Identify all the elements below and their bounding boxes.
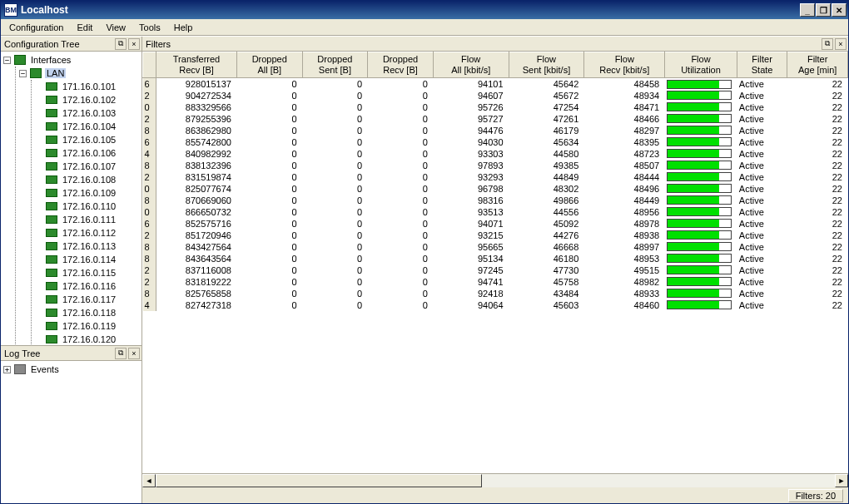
tree-toggle-placeholder: [35, 110, 42, 117]
table-row[interactable]: 2831819222000947414575848982Active22: [143, 276, 848, 288]
table-row[interactable]: 8843643564000951344618048953Active22: [143, 253, 848, 264]
menu-help[interactable]: Help: [167, 21, 200, 34]
minimize-button[interactable]: _: [800, 3, 815, 17]
tree-node-host[interactable]: 172.16.0.107: [35, 160, 139, 173]
column-header[interactable]: FlowUtilization: [665, 52, 737, 78]
panel-close-button[interactable]: ×: [128, 38, 140, 50]
tree-node-host[interactable]: 172.16.0.106: [35, 146, 139, 160]
cell-flow-sent: 44276: [509, 230, 584, 241]
cell-dropped-all: 0: [236, 136, 302, 148]
panel-pin-button[interactable]: ⧉: [115, 348, 127, 359]
column-header[interactable]: DroppedRecv [B]: [368, 52, 434, 78]
column-header[interactable]: FlowAll [kbit/s]: [433, 52, 509, 78]
tree-toggle-placeholder: [35, 230, 42, 237]
utilization-fill: [668, 243, 719, 250]
table-row[interactable]: 2879255396000957274726148466Active22: [143, 113, 848, 125]
utilization-bar: [667, 289, 732, 298]
tree-node-host[interactable]: 172.16.0.104: [35, 120, 139, 133]
column-header[interactable]: FlowRecv [kbit/s]: [584, 52, 665, 78]
tree-node-events[interactable]: + Events: [3, 363, 139, 376]
table-row[interactable]: 8843427564000956654666848997Active22: [143, 241, 848, 253]
filters-header[interactable]: Filters ⧉ ×: [142, 37, 848, 52]
tree-toggle-placeholder: [35, 309, 42, 317]
tree-node-host[interactable]: 172.16.0.114: [35, 253, 139, 266]
menu-configuration[interactable]: Configuration: [2, 21, 70, 34]
panel-close-button[interactable]: ×: [128, 348, 140, 359]
tree-node-host[interactable]: 172.16.0.103: [35, 106, 139, 120]
tree-node-host[interactable]: 172.16.0.112: [35, 226, 139, 240]
panel-close-button[interactable]: ×: [835, 38, 847, 50]
tree-node-host[interactable]: 172.16.0.118: [35, 306, 139, 319]
config-tree-header[interactable]: Configuration Tree ⧉ ×: [1, 37, 142, 52]
close-button[interactable]: ✕: [832, 3, 847, 17]
menu-tools[interactable]: Tools: [132, 21, 167, 34]
table-row[interactable]: 2837116008000972454773049515Active22: [143, 264, 848, 276]
cell-flow-recv: 48297: [584, 125, 665, 136]
tree-node-host[interactable]: 172.16.0.120: [35, 333, 139, 345]
column-header[interactable]: DroppedSent [B]: [302, 52, 368, 78]
menu-edit[interactable]: Edit: [70, 21, 99, 34]
table-row[interactable]: 0825077674000967984830248496Active22: [143, 183, 848, 195]
cell-flow-recv: 48458: [584, 78, 665, 90]
table-row[interactable]: 2904272534000946074567248934Active22: [143, 90, 848, 101]
tree-node-host[interactable]: 172.16.0.116: [35, 279, 139, 293]
column-header[interactable]: FlowSent [kbit/s]: [509, 52, 584, 78]
utilization-bar: [667, 161, 732, 170]
tree-node-host[interactable]: 172.16.0.102: [35, 93, 139, 106]
tree-node-host[interactable]: 172.16.0.117: [35, 293, 139, 306]
cell-dropped-sent: 0: [302, 90, 368, 101]
tree-toggle-icon[interactable]: −: [3, 57, 11, 64]
panel-pin-button[interactable]: ⧉: [115, 38, 127, 50]
table-row[interactable]: 6852575716000940714509248978Active22: [143, 218, 848, 230]
tree-node-host[interactable]: 172.16.0.119: [35, 319, 139, 333]
tree-node-host[interactable]: 172.16.0.115: [35, 266, 139, 279]
tree-node-host[interactable]: 171.16.0.101: [35, 80, 139, 93]
column-header[interactable]: FilterAge [min]: [787, 52, 848, 78]
tree-label: LAN: [45, 68, 66, 78]
utilization-bar: [667, 219, 732, 228]
table-row[interactable]: 8863862980000944764617948297Active22: [143, 125, 848, 136]
menu-view[interactable]: View: [99, 21, 132, 34]
log-tree-header[interactable]: Log Tree ⧉ ×: [1, 346, 142, 361]
cell-flow-all: 92418: [433, 288, 509, 299]
column-header-rownum[interactable]: [143, 52, 156, 78]
scroll-thumb[interactable]: [156, 474, 482, 487]
tree-label: 172.16.0.103: [61, 108, 117, 118]
table-row[interactable]: 4827427318000940644560348460Active22: [143, 299, 848, 311]
table-row[interactable]: 2851720946000932154427648938Active22: [143, 230, 848, 241]
column-header[interactable]: FilterState: [737, 52, 787, 78]
table-row[interactable]: 0866650732000935134455648956Active22: [143, 206, 848, 218]
tree-node-host[interactable]: 172.16.0.113: [35, 240, 139, 253]
table-row[interactable]: 6855742800000940304563448395Active22: [143, 136, 848, 148]
column-header[interactable]: TransferredRecv [B]: [156, 52, 237, 78]
cell-flow-recv: 48938: [584, 230, 665, 241]
table-row[interactable]: 8825765858000924184348448933Active22: [143, 288, 848, 299]
scroll-right-button[interactable]: ►: [835, 474, 848, 487]
tree-node-host[interactable]: 172.16.0.105: [35, 133, 139, 146]
horizontal-scrollbar[interactable]: ◄ ►: [142, 473, 848, 487]
table-row[interactable]: 4840982992000933034458048723Active22: [143, 148, 848, 160]
filters-grid-wrapper[interactable]: TransferredRecv [B]DroppedAll [B]Dropped…: [142, 52, 848, 473]
column-header[interactable]: DroppedAll [B]: [236, 52, 302, 78]
table-row[interactable]: 8870669060000983164986648449Active22: [143, 195, 848, 206]
table-row[interactable]: 8838132396000978934938548507Active22: [143, 160, 848, 171]
scroll-track[interactable]: [156, 474, 835, 487]
tree-node-host[interactable]: 172.16.0.108: [35, 173, 139, 186]
table-row[interactable]: 0883329566000957264725448471Active22: [143, 101, 848, 113]
cell-flow-sent: 45634: [509, 136, 584, 148]
tree-node-interfaces[interactable]: − Interfaces: [3, 53, 139, 67]
tree-node-host[interactable]: 172.16.0.109: [35, 186, 139, 200]
cell-dropped-all: 0: [236, 101, 302, 113]
titlebar[interactable]: BM Localhost _ ❐ ✕: [1, 1, 848, 19]
table-row[interactable]: 6928015137000941014564248458Active22: [143, 78, 848, 90]
maximize-button[interactable]: ❐: [816, 3, 831, 17]
tree-toggle-icon[interactable]: +: [3, 366, 11, 373]
tree-node-host[interactable]: 172.16.0.111: [35, 213, 139, 226]
tree-node-lan[interactable]: − LAN: [19, 67, 139, 80]
tree-toggle-icon[interactable]: −: [19, 70, 27, 77]
tree-node-host[interactable]: 172.16.0.110: [35, 200, 139, 213]
scroll-left-button[interactable]: ◄: [142, 474, 156, 487]
table-row[interactable]: 2831519874000932934484948444Active22: [143, 171, 848, 183]
panel-pin-button[interactable]: ⧉: [822, 38, 833, 50]
cell-rownum: 8: [143, 160, 156, 171]
